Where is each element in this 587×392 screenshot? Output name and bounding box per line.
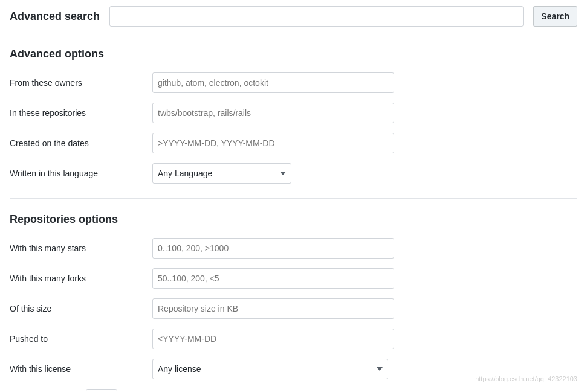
repositories-options-title: Repositories options [10,213,577,226]
header: Advanced search Search [0,0,587,33]
return-select[interactable]: not only [86,389,117,392]
dates-label: Created on the dates [10,138,143,148]
advanced-options-title: Advanced options [10,48,577,60]
dates-row: Created on the dates [10,133,577,153]
forks-row: With this many forks [10,268,577,289]
page-title: Advanced search [10,10,100,23]
dates-input[interactable] [152,133,394,153]
stars-row: With this many stars [10,238,577,259]
stars-input[interactable] [152,238,394,259]
watermark: https://blog.csdn.net/qq_42322103 [475,375,577,382]
advanced-options-section: Advanced options From these owners In th… [10,48,577,184]
stars-label: With this many stars [10,243,143,253]
pushed-label: Pushed to [10,334,143,344]
repositories-label: In these repositories [10,108,143,118]
content-area: Advanced options From these owners In th… [0,33,587,392]
language-row: Written in this language Any Language As… [10,163,577,184]
owners-row: From these owners [10,72,577,93]
section-divider [10,198,577,199]
search-button[interactable]: Search [533,6,577,27]
size-input[interactable] [152,298,394,319]
language-select[interactable]: Any Language Assembly C C# C++ CSS Cloju… [152,163,291,184]
size-row: Of this size [10,298,577,319]
main-search-input[interactable] [109,6,524,27]
repositories-options-section: Repositories options With this many star… [10,213,577,392]
size-label: Of this size [10,304,143,313]
forks-input[interactable] [152,268,394,289]
repositories-input[interactable] [152,103,394,123]
license-select[interactable]: Any license Apache-2.0 MIT GPL-2.0 GPL-3… [152,359,388,379]
owners-input[interactable] [152,72,394,93]
forks-label: With this many forks [10,274,143,283]
return-forks-row: Return repositories not only including f… [10,389,577,392]
license-label: With this license [10,364,143,374]
pushed-input[interactable] [152,329,394,349]
pushed-row: Pushed to [10,329,577,349]
owners-label: From these owners [10,78,143,88]
language-label: Written in this language [10,169,143,178]
repositories-row: In these repositories [10,103,577,123]
